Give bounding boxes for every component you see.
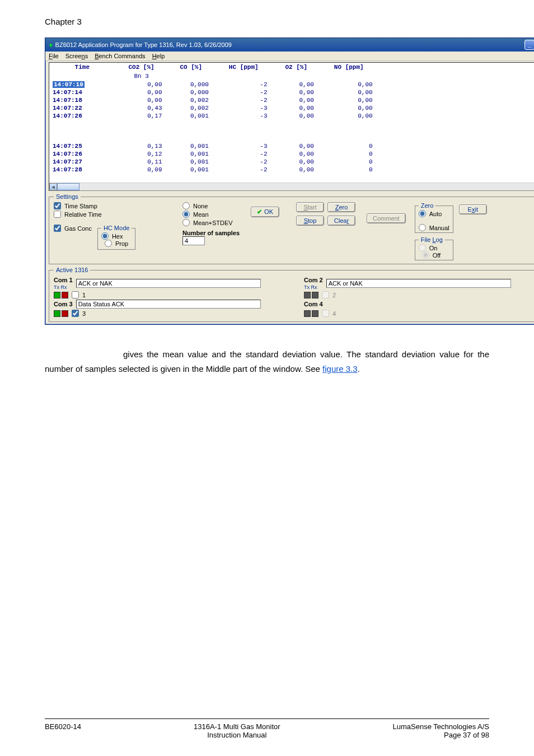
- start-button[interactable]: Start: [296, 202, 324, 212]
- zero-legend: Zero: [419, 202, 436, 209]
- relative-time-checkbox[interactable]: Relative Time: [54, 211, 143, 218]
- comment-button[interactable]: Comment: [367, 213, 406, 223]
- app-window: + BZ6012 Application Program for Type 13…: [45, 38, 534, 325]
- footer-right2: Page 37 of 98: [393, 731, 490, 739]
- menu-help[interactable]: Help: [152, 53, 165, 59]
- com3-leds: [54, 310, 68, 317]
- hc-hex-radio[interactable]: Hex: [101, 232, 132, 240]
- com1-label: Com 1: [54, 277, 73, 283]
- table-row: 14:07:280,090,001-20,000: [49, 166, 378, 174]
- table-row: 14:07:260,120,001-20,000: [49, 150, 378, 158]
- footer-right1: LumaSense Technologies A/S: [393, 722, 490, 731]
- scroll-left-icon[interactable]: ◄: [49, 183, 57, 190]
- com4-enable[interactable]: 4: [322, 310, 336, 317]
- time-stamp-checkbox[interactable]: Time Stamp: [54, 202, 143, 209]
- table-row: 14:07:140,000,000-20,000,00: [49, 88, 378, 96]
- hc-mode-legend: HC Mode: [101, 225, 132, 231]
- settings-legend: Settings: [54, 193, 81, 200]
- titlebar-icon: +: [49, 41, 53, 49]
- zero-button[interactable]: Zero: [327, 202, 355, 212]
- gas-conc-checkbox[interactable]: Gas Conc: [54, 225, 92, 232]
- table-row: 14:07:180,000,002-20,000,00: [49, 96, 378, 104]
- com4-label: Com 4: [304, 301, 323, 307]
- stop-button[interactable]: Stop: [296, 216, 324, 226]
- numsamples-label: Number of samples: [182, 230, 240, 236]
- com2-label: Com 2: [304, 277, 323, 283]
- header-co2-sub: Bn 3: [115, 72, 168, 81]
- numsamples-input[interactable]: [182, 236, 205, 245]
- txrx-label-1: Tx Rx: [54, 284, 67, 290]
- scroll-thumb[interactable]: [57, 183, 79, 190]
- header-hc: HC [ppm]: [214, 63, 273, 72]
- settings-fieldset: Settings Time Stamp Relative Time Gas Co…: [49, 193, 534, 264]
- header-co2: CO2 [%]: [115, 63, 168, 72]
- page-footer: BE6020-14 1316A-1 Multi Gas Monitor Inst…: [45, 718, 489, 739]
- titlebar: + BZ6012 Application Program for Type 13…: [45, 38, 534, 52]
- hc-prop-radio[interactable]: Prop: [105, 240, 132, 247]
- com3-enable[interactable]: 3: [72, 310, 86, 317]
- data-grid: Time CO2 [%] CO [%] HC [ppm] O2 [%] NO […: [49, 62, 534, 191]
- table-row: 14:07:100,000,000-20,000,00: [49, 81, 378, 88]
- exit-button[interactable]: Exit: [459, 204, 487, 214]
- ok-button[interactable]: OK: [251, 207, 279, 217]
- mean-none-radio[interactable]: None: [182, 202, 240, 209]
- menu-screens[interactable]: Screens: [65, 53, 88, 59]
- com2-enable[interactable]: 2: [322, 291, 336, 298]
- table-row: 14:07:270,110,001-20,000: [49, 158, 378, 166]
- com2-leds: [304, 292, 318, 298]
- header-no: NO [ppm]: [320, 63, 378, 72]
- minimize-button[interactable]: _: [524, 40, 534, 50]
- filelog-legend: File Log: [419, 236, 445, 243]
- mean-stdev-radio[interactable]: Mean+STDEV: [182, 219, 240, 226]
- horizontal-scrollbar[interactable]: ◄ ►: [49, 183, 534, 190]
- active1316-fieldset: Active 1316 Com 1 Tx Rx Com 2 Tx Rx: [49, 267, 534, 322]
- body-paragraph: gives the mean value and the standard de…: [45, 347, 489, 376]
- header-co: CO [%]: [168, 63, 214, 72]
- menubar: File Screens Bench Commands Help: [45, 52, 534, 61]
- com3-label: Com 3: [54, 301, 73, 307]
- table-row: 14:07:260,170,001-30,000,00: [49, 112, 378, 120]
- com4-leds: [304, 310, 318, 317]
- footer-mid2: Instruction Manual: [194, 731, 280, 739]
- filelog-off-radio[interactable]: Off: [422, 251, 449, 259]
- table-row: 14:07:250,130,001-30,000: [49, 142, 378, 150]
- header-time: Time: [49, 63, 115, 72]
- footer-mid1: 1316A-1 Multi Gas Monitor: [194, 722, 280, 731]
- zero-auto-radio[interactable]: Auto: [419, 210, 449, 217]
- txrx-label-2: Tx Rx: [304, 284, 317, 290]
- com2-ack-input[interactable]: [326, 279, 511, 288]
- table-row: 14:07:220,430,002-30,000,00: [49, 104, 378, 112]
- active1316-legend: Active 1316: [54, 267, 90, 273]
- window-title: BZ6012 Application Program for Type 1316…: [55, 41, 232, 48]
- com1-leds: [54, 292, 68, 298]
- com1-ack-input[interactable]: [76, 279, 261, 288]
- chapter-label: Chapter 3: [45, 17, 489, 26]
- com3-data-input[interactable]: [76, 300, 261, 309]
- menu-file[interactable]: File: [49, 53, 59, 59]
- mean-mean-radio[interactable]: Mean: [182, 211, 240, 218]
- figure-link[interactable]: figure 3.3: [322, 364, 358, 374]
- com1-enable[interactable]: 1: [72, 291, 86, 298]
- filelog-on-radio[interactable]: On: [419, 244, 449, 251]
- header-o2: O2 [%]: [273, 63, 320, 72]
- menu-bench[interactable]: Bench Commands: [95, 53, 146, 59]
- clear-button[interactable]: Clear: [327, 216, 355, 226]
- zero-manual-radio[interactable]: Manual: [419, 224, 449, 231]
- footer-left: BE6020-14: [45, 722, 81, 739]
